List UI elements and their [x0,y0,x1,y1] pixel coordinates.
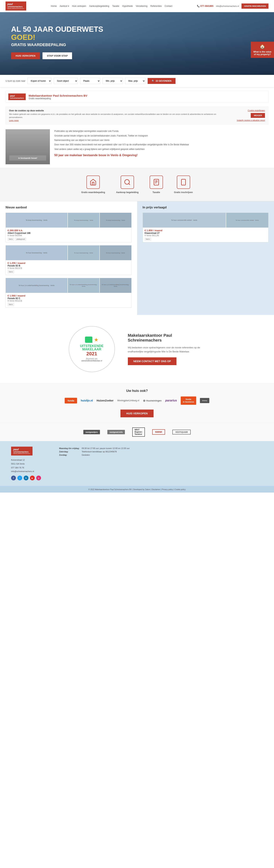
hero-title-line1: AL 50 JAAR OUDERWETS [11,25,103,33]
footer-hours-col: Maandag t/m vrijdag: 09:30 tot 17:00 uur… [59,446,263,457]
reduced-1-address: Klaasstraat 27 [145,232,267,235]
nav-huis[interactable]: Huis verkopen [72,5,86,7]
reduced-1-img-1: Te huur commerciële winkel · Venlo [143,213,226,227]
listing-card-3[interactable]: Te huur | in onderhandeling bovenwoning … [5,278,132,308]
hero-content: AL 50 JAAR OUDERWETS GOED! GRATIS WAARDE… [11,25,103,59]
footer-hours-table: Maandag t/m vrijdag: 09:30 tot 17:00 uur… [59,446,130,457]
makelaar-logo-small: paul schreinemachers [8,93,26,100]
hero-sell-button[interactable]: HUIS VERKOPEN [11,52,40,59]
social-linkedin[interactable]: in [24,475,28,480]
partner-immo[interactable]: immo [200,398,209,403]
valuation-widget[interactable]: 🏠 What is the value of my property? [251,42,274,58]
social-facebook[interactable]: f [11,475,16,480]
dual-listings: Nieuw aanbod Te koop bovenwoning · Venlo… [0,201,274,315]
cert-vestiquair: VESTIQUAIR [172,430,191,434]
cert-vastgoedpro: vastgoedpro [83,430,100,434]
reduced-1-img-2: Te huur commerciële winkel · Venlo [226,213,269,227]
footer-day-2: Zaterdag: [59,450,82,453]
search-min-price-select[interactable]: Min. prijs [103,78,123,84]
valuation-icon: 🏠 [253,44,271,49]
nav-home[interactable]: Home [51,5,57,7]
search-type-select[interactable]: Kopen of huren [28,78,52,84]
cookie-settings-link[interactable]: Cookie-instellingen [248,110,265,112]
makelaar-header-box: paul schreinemachers Makelaarskantoor Pa… [5,91,269,103]
feature-gratis-inschr[interactable]: Gratis inschrijven [174,176,193,194]
cookie-reject-button[interactable]: WEIGER [251,113,265,118]
search-max-price-select[interactable]: Max. prijs [125,78,145,84]
about-section: in bestaande bouw! Publicaties op alle b… [0,127,274,168]
footer-time-2: Telefonisch bereikbaar op 0612345678 [82,450,130,453]
partner-huislijn[interactable]: huislijn.nl [81,399,93,402]
cookie-text: We maken gebruik van cookies om gegevens… [9,113,228,119]
about-bullet-1: Publicaties op alle belangrijke woningst… [54,129,264,133]
svg-rect-2 [154,179,159,185]
listing-3-img-2: Te huur | in onderhandeling bovenwoning … [68,278,100,293]
search-object-select[interactable]: Soort object [54,78,78,84]
cookie-read-more-link[interactable]: Lees meer [9,119,19,122]
listing-3-tag-0: foto's [7,303,14,306]
cookie-valuation-link[interactable]: Instantly receive a valuation report [237,119,265,121]
cert-vastgoed-info: vastgoed.info [107,430,125,434]
listing-2-tag-0: foto's [7,270,14,273]
listing-card-2[interactable]: Te huur bovenwoning · Venlo Te huur bove… [5,245,132,275]
feature-gratis-waarde[interactable]: Gratis waardebepaling [81,176,105,194]
listing-3-img-3: Te huur | in onderhandeling bovenwoning … [100,278,131,293]
feature-taxatie[interactable]: Taxatie [150,176,163,194]
about-bullet-5: Veel andere zaken welke wij u graag tijd… [54,147,264,151]
footer-logo-col: paul schreinemachers MAKELAARSKANTOOR B.… [11,446,52,480]
cookie-actions: Cookie-instellingen WEIGER Instantly rec… [232,110,265,121]
feature-phone-icon [177,176,190,189]
feature-inschr-label: Gratis inschrijven [174,191,193,194]
nav-ref[interactable]: Referenties [150,5,162,7]
partner-funda2[interactable]: fundain business [181,397,196,405]
social-instagram[interactable]: ig [36,475,41,480]
feature-calc-icon [150,176,163,189]
partner-pararius[interactable]: pararius [165,399,177,402]
listing-card-1[interactable]: Te koop bovenwoning · Venlo Te koop bove… [5,213,132,242]
cookie-banner: Over de cookies op deze website We maken… [5,106,269,124]
listing-3-img-1: Te huur | in onderhandeling bovenwoning … [6,278,67,293]
partners-sell-button[interactable]: HUIS VERKOPEN [120,409,154,417]
social-twitter[interactable]: t [17,475,22,480]
listing-2-img-3: Te huur bovenwoning · Venlo [100,245,131,260]
footer-hours-row-1: Maandag t/m vrijdag: 09:30 tot 17:00 uur… [59,446,130,450]
search-place-select[interactable]: Plaats [80,78,100,84]
nav-verz[interactable]: Verzekering [136,5,147,7]
partner-woningp[interactable]: WoningplanLimburg.nl [117,399,139,402]
listing-1-img-3: Te koop bovenwoning · Venlo [100,213,131,227]
reduced-card-1[interactable]: Te huur commerciële winkel · Venlo Te hu… [143,213,269,242]
award-badge-title2: MAKELAAR [82,348,101,351]
listing-1-tag-1: plattegrond [15,238,26,241]
nav-register-button[interactable]: GRATIS INSCHRIJVEN [242,3,269,9]
nav-contact[interactable]: Contact [165,5,172,7]
about-bullet-3: Namenswording van uw object in het centr… [54,138,264,142]
social-youtube[interactable]: ▶ [30,475,35,480]
hero-step-button[interactable]: STAP VOOR STAP [43,52,72,59]
listing-1-address: Albert Cuypstraat 186 [7,232,130,235]
nav-aankoop[interactable]: Aankoopbegeleiding [89,5,109,7]
feature-aankoop[interactable]: Aankoop begeleiding [116,176,139,194]
listing-2-city: 9 Venlo 5911CE [7,267,130,269]
search-submit-button[interactable]: 🔍 22 GEVONDEN [147,78,175,84]
nav-taxatie[interactable]: Taxatie [112,5,119,7]
about-text: Publicaties op alle belangrijke woningst… [50,129,269,157]
partners-logos-row: funda huislijn.nl HuizenZoeker Woningpla… [11,397,263,405]
feature-search-icon [121,176,134,189]
logo[interactable]: paul schreinemachers MAKELAARSKANTOOR B.… [5,1,26,10]
partner-funda[interactable]: funda [65,398,77,403]
nav-aanbod[interactable]: Aanbod ▾ [60,5,69,7]
nav-links: Home Aanbod ▾ Huis verkopen Aankoopbegel… [51,5,172,7]
nav-phone[interactable]: 📞 077-3641865 [197,5,213,7]
reduced-1-tag-0: foto's [145,238,151,241]
footer: paul schreinemachers MAKELAARSKANTOOR B.… [0,441,274,486]
partner-huurw[interactable]: ⊕ Huurwoningen [143,399,162,402]
cookie-title: Over de cookies op deze website [9,110,228,112]
svg-point-0 [125,180,129,184]
copyright-text: © 2022 Makelaarskantoor Paul Schreinemac… [88,489,186,491]
feature-home-icon [86,176,100,189]
award-contact-button[interactable]: NEEM CONTACT MET ONS OP [128,358,176,365]
partner-huizenz[interactable]: HuizenZoeker [97,399,114,402]
nav-hyp[interactable]: Hypotheek [122,5,133,7]
award-badge-title1: UITSTEKENDE [80,344,104,348]
nav-email[interactable]: info@schreinemachers.nl [216,5,239,7]
